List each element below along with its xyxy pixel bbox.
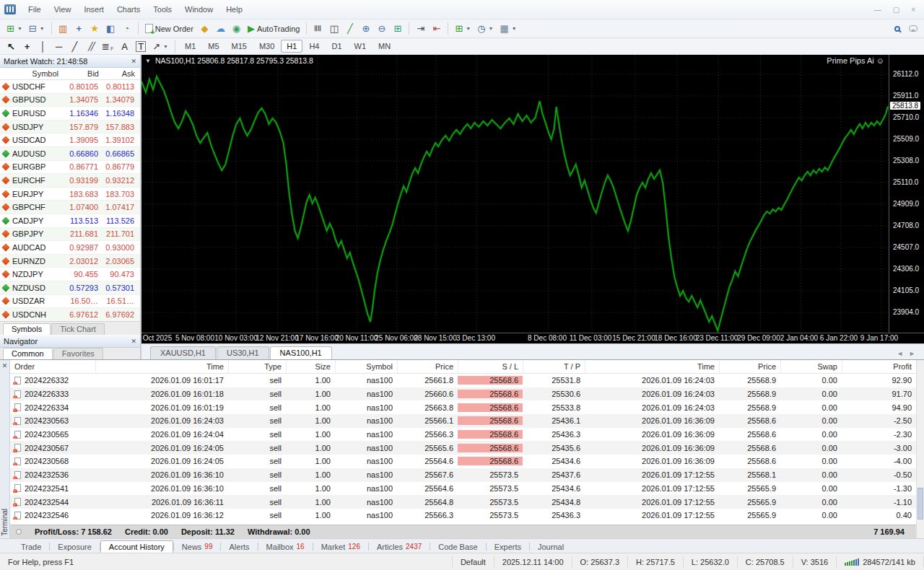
zoom-in-button[interactable]: ⊕ (358, 22, 373, 36)
terminal-tab-mailbox[interactable]: Mailbox16 (258, 540, 313, 553)
terminal-tab-news[interactable]: News99 (174, 540, 221, 553)
market-watch-tab-symbols[interactable]: Symbols (3, 323, 51, 335)
horizontal-line-button[interactable]: ─ (51, 39, 66, 53)
market-watch-row-audcad[interactable]: AUDCAD0.929870.93000 (0, 241, 140, 255)
market-watch-button[interactable]: ▥ (56, 22, 71, 36)
templates-dropdown-icon[interactable]: ▼ (512, 26, 517, 31)
market-watch-row-usdzar[interactable]: USDZAR16.50…16.51… (0, 295, 140, 309)
history-column-t-p[interactable]: T / P (523, 360, 585, 373)
history-column-symbol[interactable]: Symbol (335, 360, 397, 373)
arrows-button[interactable]: ↗▼ (149, 39, 171, 53)
history-column-time[interactable]: Time (585, 360, 719, 373)
crosshair-button[interactable]: + (19, 39, 35, 53)
new-order-button[interactable]: New Order (142, 22, 196, 36)
terminal-panel-button[interactable]: ◧ (103, 22, 118, 36)
navigator-tab-common[interactable]: Common (3, 348, 53, 359)
history-row-2024230568[interactable]: 20242305682026.01.09 16:24:05sell1.00nas… (10, 455, 916, 468)
history-row-2024232536[interactable]: 20242325362026.01.09 16:36:10sell1.00nas… (10, 468, 916, 482)
menu-item-tools[interactable]: Tools (147, 3, 178, 16)
close-button[interactable]: × (911, 6, 915, 14)
terminal-tab-market[interactable]: Market126 (313, 540, 368, 553)
chart-tab-nas100-h1[interactable]: NAS100,H1 (270, 346, 332, 359)
new-chart-button[interactable]: ⊞▼ (4, 22, 25, 36)
chart-bars-button[interactable]: ≣ (310, 22, 326, 36)
timeframe-d1[interactable]: D1 (326, 40, 347, 53)
equidistant-channel-button[interactable]: ╱╱ (83, 39, 98, 53)
chart-shift-button[interactable]: ⇤ (429, 22, 444, 36)
publish-chart-button[interactable]: ☁ (213, 22, 228, 36)
auto-scroll-button[interactable]: ⇥ (413, 22, 428, 36)
column-bid[interactable]: Bid (62, 69, 103, 78)
price-axis[interactable]: 26112.025911.025710.025509.025308.025110… (889, 55, 924, 333)
menu-item-insert[interactable]: Insert (77, 3, 110, 16)
market-watch-row-usdcad[interactable]: USDCAD1.390951.39102 (0, 133, 140, 147)
market-watch-tab-tick-chart[interactable]: Tick Chart (51, 323, 105, 335)
vertical-line-button[interactable]: │ (35, 39, 51, 53)
history-row-2024226334[interactable]: 20242263342026.01.09 16:01:19sell1.00nas… (10, 400, 916, 414)
arrows-dropdown-icon[interactable]: ▼ (163, 44, 168, 49)
text-button[interactable]: A (117, 39, 132, 53)
market-watch-row-eurnzd[interactable]: EURNZD2.030122.03065 (0, 255, 140, 268)
templates-button[interactable]: ▦▼ (497, 22, 520, 36)
timeframe-w1[interactable]: W1 (349, 40, 372, 53)
market-watch-row-eurchf[interactable]: EURCHF0.931990.93212 (0, 174, 140, 188)
market-watch-row-gbpusd[interactable]: GBPUSD1.340751.34079 (0, 94, 140, 108)
tab-scroll-left-icon[interactable]: ◄ (897, 350, 903, 357)
timeframe-m30[interactable]: M30 (253, 40, 280, 53)
fibonacci-button[interactable]: ≣F (99, 39, 116, 53)
profiles-button[interactable]: ⊟▼ (26, 22, 48, 36)
autotrading-button[interactable]: ▶AutoTrading (245, 22, 303, 36)
history-column-size[interactable]: Size (286, 360, 335, 373)
signals-button[interactable]: ◉ (229, 22, 244, 36)
history-column-price[interactable]: Price (719, 360, 780, 373)
market-watch-row-gbpchf[interactable]: GBPCHF1.074001.07417 (0, 201, 140, 214)
chart-canvas[interactable] (141, 55, 889, 333)
history-row-2024232544[interactable]: 20242325442026.01.09 16:36:11sell1.00nas… (10, 495, 916, 509)
terminal-scrollbar[interactable] (916, 360, 924, 538)
terminal-tab-experts[interactable]: Experts (487, 540, 529, 553)
chart-menu-triangle-icon[interactable]: ▼ (145, 58, 151, 64)
indicators-button[interactable]: ⊞▼ (452, 22, 474, 36)
history-row-2024230565[interactable]: 20242305652026.01.09 16:24:04sell1.00nas… (10, 428, 916, 442)
timeframe-m15[interactable]: M15 (226, 40, 253, 53)
market-watch-row-eurusd[interactable]: EURUSD1.163461.16348 (0, 107, 140, 120)
cursor-button[interactable]: ↖ (4, 39, 19, 53)
chart-tab-xauusd-h1[interactable]: XAUUSD,H1 (150, 346, 216, 359)
navigator-button[interactable]: ★ (87, 22, 103, 36)
chat-button[interactable] (905, 22, 920, 36)
timeframe-mn[interactable]: MN (372, 40, 396, 53)
terminal-tab-exposure[interactable]: Exposure (50, 540, 99, 553)
market-watch-row-nzdusd[interactable]: NZDUSD0.572930.57301 (0, 281, 140, 295)
market-watch-row-eurgbp[interactable]: EURGBP0.867710.86779 (0, 161, 140, 175)
chart-line-button[interactable]: ╱ (342, 22, 357, 36)
terminal-tab-trade[interactable]: Trade (13, 540, 49, 553)
price-chart[interactable]: ▼ NAS100,H1 25806.8 25817.8 25795.3 2581… (141, 55, 889, 333)
periods-button[interactable]: ◷▼ (474, 22, 496, 36)
search-button[interactable] (889, 22, 905, 36)
market-watch-close-icon[interactable]: ✕ (131, 58, 136, 65)
history-row-2024226333[interactable]: 20242263332026.01.09 16:01:18sell1.00nas… (10, 387, 916, 401)
terminal-tab-alerts[interactable]: Alerts (221, 540, 257, 553)
menu-item-file[interactable]: File (22, 3, 48, 16)
metaeditor-button[interactable]: ◆ (197, 22, 212, 36)
history-column-time[interactable]: Time (95, 360, 228, 373)
market-watch-row-gbpjpy[interactable]: GBPJPY211.681211.701 (0, 228, 140, 242)
history-column-swap[interactable]: Swap (780, 360, 842, 373)
timeframe-m5[interactable]: M5 (202, 40, 225, 53)
status-profile[interactable]: Default (452, 556, 494, 568)
history-row-2024232541[interactable]: 20242325412026.01.09 16:36:10sell1.00nas… (10, 482, 916, 496)
navigator-tab-favorites[interactable]: Favorites (53, 348, 103, 359)
terminal-close-icon[interactable]: ✕ (2, 362, 8, 369)
history-column-order[interactable]: Order (10, 360, 95, 373)
timeframe-h1[interactable]: H1 (281, 40, 302, 53)
menu-item-charts[interactable]: Charts (110, 3, 147, 16)
history-row-2024230563[interactable]: 20242305632026.01.09 16:24:03sell1.00nas… (10, 414, 916, 428)
terminal-tab-articles[interactable]: Articles2437 (369, 540, 430, 553)
chart-candles-button[interactable]: ◫ (326, 22, 341, 36)
history-row-2024230567[interactable]: 20242305672026.01.09 16:24:05sell1.00nas… (10, 441, 916, 455)
scrollbar-thumb[interactable] (918, 488, 923, 519)
column-ask[interactable]: Ask (103, 69, 139, 78)
text-label-button[interactable]: T (133, 39, 149, 53)
history-column-type[interactable]: Type (228, 360, 286, 373)
menu-item-window[interactable]: Window (178, 3, 219, 16)
